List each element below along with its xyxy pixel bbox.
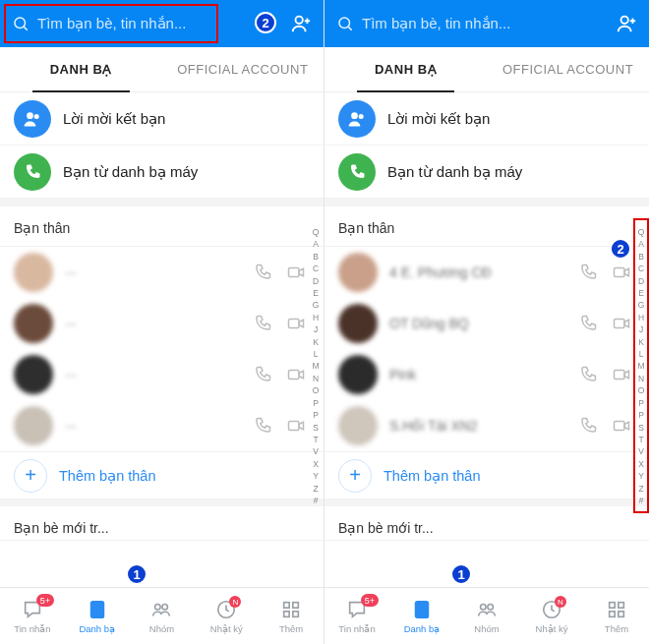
az-letter[interactable]: H — [638, 312, 644, 323]
bottom-tab-groups[interactable]: Nhóm — [454, 588, 519, 644]
contact-row[interactable]: ··· — [0, 349, 324, 400]
tab-contacts[interactable]: DANH BẠ — [324, 47, 487, 91]
video-icon[interactable] — [608, 259, 635, 286]
video-icon[interactable] — [608, 412, 635, 439]
bottom-tab-more[interactable]: Thêm — [584, 588, 649, 644]
az-letter[interactable]: P — [313, 397, 319, 409]
az-letter[interactable]: O — [313, 384, 320, 396]
az-letter[interactable]: X — [313, 458, 319, 470]
az-letter[interactable]: A — [638, 238, 644, 250]
video-icon[interactable] — [608, 310, 635, 337]
video-icon[interactable] — [282, 310, 310, 337]
tab-official[interactable]: OFFICIAL ACCOUNT — [162, 47, 324, 91]
az-letter[interactable]: D — [313, 275, 319, 287]
contact-row[interactable]: OT Dũng BQ — [324, 298, 649, 349]
az-letter[interactable]: B — [313, 251, 319, 263]
call-icon[interactable] — [574, 412, 602, 439]
az-letter[interactable]: B — [638, 251, 644, 263]
add-close-friend[interactable]: + Thêm bạn thân — [0, 451, 324, 498]
az-letter[interactable]: K — [638, 336, 644, 348]
az-letter[interactable]: J — [639, 323, 643, 335]
video-icon[interactable] — [282, 361, 310, 388]
row-phone-contacts[interactable]: Bạn từ danh bạ máy — [0, 146, 324, 199]
az-letter[interactable]: G — [313, 299, 320, 311]
contact-row[interactable]: ··· — [0, 400, 324, 451]
az-letter[interactable]: C — [313, 263, 319, 274]
az-letter[interactable]: J — [314, 323, 318, 335]
bottom-tab-timeline[interactable]: NNhật ký — [194, 588, 259, 644]
az-index[interactable]: QABCDEGHJKLMNOPPSTVXYZ# — [635, 226, 647, 506]
bottom-tab-timeline[interactable]: NNhật ký — [519, 588, 584, 644]
az-letter[interactable]: P — [638, 409, 644, 421]
contact-row[interactable]: 4 E. Phương CĐ — [324, 247, 649, 298]
az-letter[interactable]: L — [314, 348, 319, 360]
contact-row[interactable]: ··· — [0, 298, 324, 349]
az-letter[interactable]: D — [638, 275, 644, 287]
contact-row[interactable]: ··· — [0, 247, 324, 298]
az-letter[interactable]: X — [638, 458, 644, 470]
az-letter[interactable]: # — [314, 495, 319, 506]
az-letter[interactable]: Z — [313, 483, 318, 495]
contact-name: ··· — [65, 264, 243, 280]
row-friend-requests[interactable]: Lời mời kết bạn — [0, 92, 324, 146]
az-letter[interactable]: L — [639, 348, 644, 360]
section-new-friends: Bạn bè mới tr... — [324, 498, 649, 541]
az-letter[interactable]: M — [637, 360, 644, 372]
row-phone-contacts[interactable]: Bạn từ danh bạ máy — [324, 146, 649, 199]
az-letter[interactable]: P — [638, 397, 644, 409]
az-letter[interactable]: P — [313, 409, 319, 421]
az-letter[interactable]: Y — [313, 470, 319, 482]
az-letter[interactable]: V — [638, 445, 644, 457]
call-icon[interactable] — [249, 259, 276, 286]
search-field[interactable]: Tìm bạn bè, tin nhắn... — [336, 15, 606, 32]
az-letter[interactable]: K — [313, 336, 319, 348]
bottom-tab-messages[interactable]: 5+Tin nhắn — [0, 588, 65, 644]
video-icon[interactable] — [282, 412, 310, 439]
bottom-tab-more[interactable]: Thêm — [259, 588, 324, 644]
contact-row[interactable]: Pink — [324, 349, 649, 400]
az-letter[interactable]: M — [312, 360, 319, 372]
az-letter[interactable]: T — [313, 434, 318, 445]
call-icon[interactable] — [249, 412, 276, 439]
az-index[interactable]: QABCDEGHJKLMNOPPSTVXYZ# — [310, 226, 322, 506]
tab-official[interactable]: OFFICIAL ACCOUNT — [487, 47, 649, 91]
az-letter[interactable]: H — [313, 312, 319, 323]
call-icon[interactable] — [574, 361, 602, 388]
badge: 5+ — [36, 594, 54, 607]
az-letter[interactable]: C — [638, 263, 644, 274]
az-letter[interactable]: # — [639, 495, 644, 506]
az-letter[interactable]: Q — [638, 226, 645, 238]
az-letter[interactable]: E — [638, 287, 644, 299]
contact-row[interactable]: S.Hồi Tài XN2 — [324, 400, 649, 451]
az-letter[interactable]: S — [313, 422, 319, 434]
bottom-tab-groups[interactable]: Nhóm — [130, 588, 195, 644]
az-letter[interactable]: T — [638, 434, 643, 445]
add-user-icon[interactable] — [616, 13, 637, 34]
az-letter[interactable]: O — [638, 384, 645, 396]
call-icon[interactable] — [249, 310, 276, 337]
az-letter[interactable]: G — [638, 299, 645, 311]
bottom-tab-contacts[interactable]: Danh bạ — [389, 588, 454, 644]
add-label: Thêm bạn thân — [384, 468, 480, 484]
az-letter[interactable]: N — [313, 373, 319, 384]
az-letter[interactable]: V — [313, 445, 319, 457]
call-icon[interactable] — [574, 310, 602, 337]
call-icon[interactable] — [249, 361, 276, 388]
bottom-tab-contacts[interactable]: Danh bạ — [65, 588, 130, 644]
az-letter[interactable]: Z — [638, 483, 643, 495]
az-letter[interactable]: E — [313, 287, 319, 299]
tab-contacts[interactable]: DANH BẠ — [0, 47, 162, 91]
az-letter[interactable]: N — [638, 373, 644, 384]
az-letter[interactable]: Y — [638, 470, 644, 482]
add-user-icon[interactable] — [290, 13, 312, 34]
video-icon[interactable] — [282, 259, 310, 286]
video-icon[interactable] — [608, 361, 635, 388]
row-friend-requests[interactable]: Lời mời kết bạn — [324, 92, 649, 146]
bottom-tab-messages[interactable]: 5+Tin nhắn — [324, 588, 389, 644]
add-close-friend[interactable]: + Thêm bạn thân — [324, 451, 649, 498]
call-icon[interactable] — [574, 259, 602, 286]
az-letter[interactable]: S — [638, 422, 644, 434]
az-letter[interactable]: A — [313, 238, 319, 250]
az-letter[interactable]: Q — [313, 226, 320, 238]
search-field[interactable]: Tìm bạn bè, tin nhắn... — [12, 15, 280, 32]
